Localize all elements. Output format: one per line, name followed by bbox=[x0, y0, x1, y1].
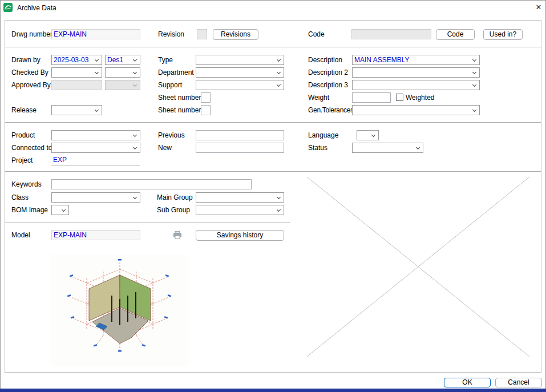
description-label: Description bbox=[308, 55, 342, 65]
separator-2 bbox=[5, 122, 541, 123]
project-field[interactable]: EXP bbox=[51, 155, 140, 165]
description2-combo[interactable] bbox=[352, 67, 480, 78]
chevron-down-icon bbox=[95, 58, 99, 62]
chevron-down-icon bbox=[277, 58, 281, 62]
description2-label: Description 2 bbox=[308, 67, 348, 78]
checked-by-label: Checked By bbox=[11, 67, 48, 78]
cancel-button[interactable]: Cancel bbox=[495, 378, 542, 387]
drwg-number-field[interactable]: EXP-MAIN bbox=[51, 29, 140, 39]
connected-to-combo[interactable] bbox=[51, 143, 140, 153]
approved-by-label: Approved By bbox=[11, 80, 51, 90]
drwg-number-label: Drwg number bbox=[11, 29, 52, 39]
chevron-down-icon bbox=[133, 133, 137, 137]
close-icon[interactable]: ✕ bbox=[533, 2, 544, 13]
model-field[interactable]: EXP-MAIN bbox=[51, 230, 140, 240]
department-combo[interactable] bbox=[196, 67, 284, 78]
chevron-down-icon bbox=[472, 70, 476, 74]
savings-history-button[interactable]: Savings history bbox=[196, 230, 284, 241]
chevron-down-icon bbox=[371, 133, 375, 137]
printer-icon[interactable] bbox=[173, 230, 182, 240]
chevron-down-icon bbox=[277, 195, 281, 199]
sub-group-combo[interactable] bbox=[196, 205, 284, 215]
language-combo[interactable] bbox=[357, 130, 379, 140]
bom-image-label: BOM Image bbox=[11, 205, 48, 215]
product-combo[interactable] bbox=[51, 130, 140, 140]
class-combo[interactable] bbox=[51, 192, 140, 203]
type-label: Type bbox=[158, 55, 173, 65]
separator-1 bbox=[5, 47, 541, 47]
bom-image-combo[interactable] bbox=[51, 205, 69, 215]
connected-to-label: Connected to bbox=[11, 143, 52, 153]
revisions-button[interactable]: Revisions bbox=[213, 29, 258, 40]
chevron-down-icon bbox=[277, 70, 281, 74]
new-field[interactable] bbox=[196, 143, 284, 153]
description-combo[interactable]: MAIN ASSEMBLY bbox=[352, 55, 480, 65]
product-label: Product bbox=[11, 130, 35, 140]
drawn-by-designer-combo[interactable]: Des1 bbox=[105, 55, 140, 65]
separator-3 bbox=[5, 171, 541, 172]
main-group-combo[interactable] bbox=[196, 192, 284, 203]
status-combo[interactable] bbox=[352, 143, 423, 153]
gen-tolerances-combo[interactable] bbox=[352, 105, 480, 115]
chevron-down-icon bbox=[133, 58, 137, 62]
chevron-down-icon bbox=[133, 195, 137, 199]
drawn-by-date-value: 2025-03-03 bbox=[54, 56, 88, 64]
chevron-down-icon bbox=[133, 146, 137, 149]
weighted-checkbox[interactable] bbox=[396, 94, 403, 101]
approved-by-designer-combo[interactable] bbox=[105, 80, 140, 90]
checked-by-designer-combo[interactable] bbox=[105, 67, 140, 78]
keywords-field[interactable] bbox=[51, 179, 252, 189]
weight-field[interactable] bbox=[352, 92, 391, 103]
used-in-button[interactable]: Used in? bbox=[483, 29, 523, 40]
sheet-number-field[interactable] bbox=[201, 92, 211, 103]
model-thumbnail bbox=[51, 254, 188, 366]
main-group-label: Main Group bbox=[157, 192, 193, 203]
support-label: Support bbox=[158, 80, 182, 90]
sheet-numbers-label: Sheet numbers bbox=[158, 105, 204, 115]
weight-label: Weight bbox=[308, 92, 329, 103]
chevron-down-icon bbox=[416, 146, 420, 149]
class-label: Class bbox=[11, 192, 29, 203]
title-bar: Archive Data ✕ bbox=[0, 0, 546, 16]
code-button[interactable]: Code bbox=[436, 29, 475, 40]
description3-combo[interactable] bbox=[352, 80, 480, 90]
department-label: Department bbox=[158, 67, 194, 78]
revision-label: Revision bbox=[158, 29, 184, 39]
drawn-by-label: Drawn by bbox=[11, 55, 41, 65]
code-label: Code bbox=[308, 29, 325, 39]
project-label: Project bbox=[11, 155, 33, 165]
window-title: Archive Data bbox=[17, 4, 56, 12]
chevron-down-icon bbox=[133, 83, 137, 87]
type-combo[interactable] bbox=[196, 55, 284, 65]
chevron-down-icon bbox=[133, 70, 137, 74]
status-label: Status bbox=[308, 143, 327, 153]
chevron-down-icon bbox=[472, 83, 476, 87]
weighted-label: Weighted bbox=[406, 92, 434, 103]
image-preview-placeholder bbox=[307, 177, 529, 357]
chevron-down-icon bbox=[95, 108, 99, 112]
chevron-down-icon bbox=[95, 70, 99, 74]
description-value: MAIN ASSEMBLY bbox=[354, 56, 409, 64]
checked-by-date-combo[interactable] bbox=[51, 67, 102, 78]
chevron-down-icon bbox=[472, 58, 476, 62]
ok-button[interactable]: OK bbox=[444, 378, 491, 387]
sub-group-label: Sub Group bbox=[157, 205, 190, 215]
chevron-down-icon bbox=[472, 108, 476, 112]
release-combo[interactable] bbox=[51, 105, 102, 115]
sheet-number-label: Sheet number bbox=[158, 92, 201, 103]
revision-field[interactable] bbox=[197, 29, 207, 39]
sheet-numbers-field[interactable] bbox=[201, 105, 211, 115]
approved-by-date-field[interactable] bbox=[51, 80, 102, 90]
support-combo[interactable] bbox=[196, 80, 284, 90]
keywords-label: Keywords bbox=[11, 179, 42, 189]
placeholder-cross-icon bbox=[307, 177, 529, 357]
chevron-down-icon bbox=[277, 83, 281, 87]
app-icon bbox=[3, 3, 13, 12]
previous-field[interactable] bbox=[196, 130, 284, 140]
code-field[interactable] bbox=[351, 29, 431, 39]
background-window-strip bbox=[0, 389, 546, 392]
language-label: Language bbox=[308, 130, 338, 140]
chevron-down-icon bbox=[277, 208, 281, 212]
chevron-down-icon bbox=[62, 208, 66, 212]
drawn-by-date-combo[interactable]: 2025-03-03 bbox=[51, 55, 102, 65]
